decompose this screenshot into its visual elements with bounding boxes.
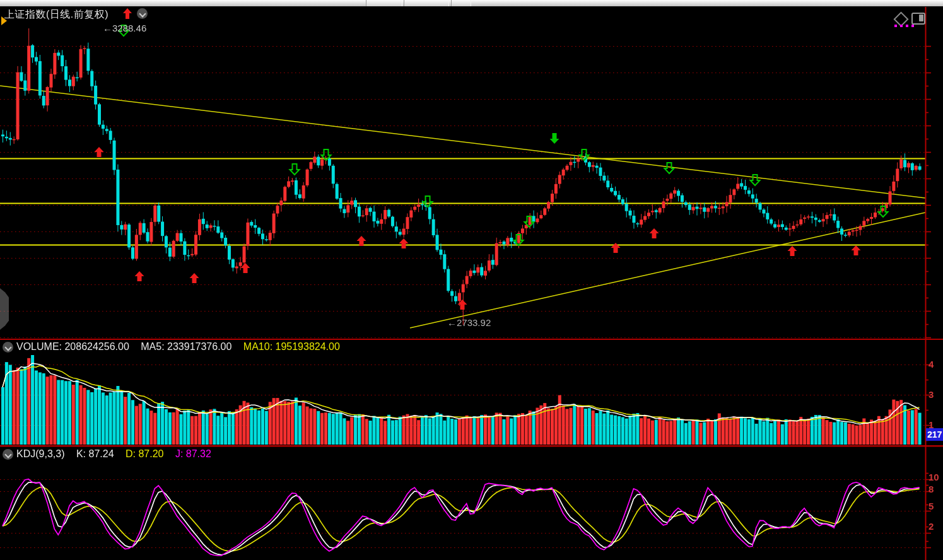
volume-ma10-value: MA10: 195193824.00 [243, 341, 340, 352]
axis-tick-label: 10 [928, 472, 939, 482]
collapse-chevron-icon[interactable] [137, 8, 148, 19]
axis-tick-label: 1 [928, 419, 934, 430]
kdj-collapse-chevron-icon[interactable] [3, 449, 13, 460]
axis-tick-label: 3 [928, 389, 934, 400]
volume-value: VOLUME: 208624256.00 [16, 341, 129, 352]
magenta-dot [894, 25, 897, 27]
kdj-d-value: D: 87.20 [126, 448, 163, 459]
kdj-j-value: J: 87.32 [175, 448, 211, 459]
toolbar-button-edge[interactable] [451, 0, 471, 6]
window-layout-fill [919, 15, 923, 21]
high-price-label: ←3288.46 [103, 23, 146, 33]
axis-tick-label: 5 [928, 501, 934, 511]
trading-app-window: { "window": { "title": "上证指数(日线.前复权)", "… [0, 0, 943, 560]
symbol-title: 上证指数(日线.前复权) [4, 8, 108, 21]
up-arrow-icon [122, 8, 132, 20]
kdj-k-value: K: 87.24 [76, 448, 114, 459]
expand-triangle-icon[interactable] [1, 16, 7, 25]
chart-canvas[interactable] [0, 0, 943, 560]
magenta-dot [911, 25, 914, 27]
axis-tick-label: 2 [928, 521, 934, 532]
kdj-indicator-header: KDJ(9,3,3) K: 87.24 D: 87.20 J: 87.32 [16, 448, 220, 460]
toolbar-button-edge[interactable] [404, 0, 449, 6]
magenta-dot [900, 25, 903, 27]
volume-ma5-value: MA5: 233917376.00 [141, 341, 231, 352]
toolbar-button-edge[interactable] [366, 0, 402, 6]
volume-current-badge: 217 [926, 428, 943, 441]
magenta-dot [906, 25, 908, 27]
kdj-name: KDJ(9,3,3) [16, 448, 64, 459]
axis-tick-label: 4 [928, 359, 934, 370]
window-layout-icon[interactable] [911, 13, 925, 25]
low-price-label: ←2733.92 [447, 317, 491, 328]
volume-indicator-header: VOLUME: 208624256.00 MA5: 233917376.00 M… [16, 341, 349, 353]
chart-title-bar: 上证指数(日线.前复权) [0, 6, 943, 21]
volume-collapse-chevron-icon[interactable] [3, 342, 13, 353]
axis-tick-label: 8 [928, 484, 934, 494]
top-toolbar-strip [0, 0, 943, 6]
